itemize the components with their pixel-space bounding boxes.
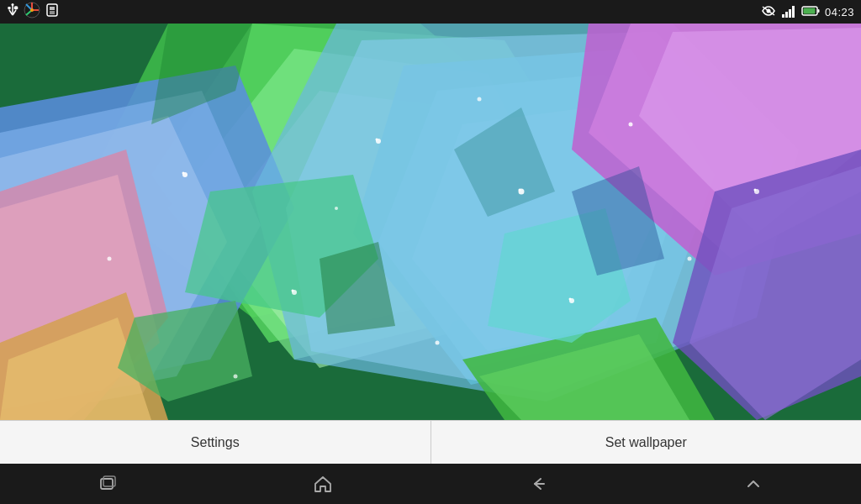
back-button[interactable]	[521, 467, 555, 501]
svg-rect-23	[803, 8, 815, 13]
svg-rect-4	[8, 7, 11, 9]
svg-rect-24	[817, 9, 819, 13]
svg-rect-75	[101, 479, 113, 489]
svg-point-74	[234, 375, 238, 379]
battery-icon	[801, 5, 820, 19]
svg-point-9	[12, 3, 14, 6]
bottom-buttons-bar: Settings Set wallpaper	[0, 420, 861, 464]
wallpaper-preview	[0, 24, 861, 420]
svg-point-62	[629, 123, 633, 127]
recent-apps-button[interactable]	[91, 467, 124, 501]
status-bar-right: 04:23	[761, 4, 854, 20]
home-button[interactable]	[306, 467, 340, 501]
app-icon-1	[24, 2, 40, 22]
svg-point-61	[519, 189, 521, 192]
svg-point-59	[376, 139, 378, 141]
svg-point-57	[182, 172, 185, 175]
settings-button[interactable]: Settings	[0, 421, 431, 464]
svg-point-11	[30, 8, 34, 12]
svg-rect-18	[782, 14, 784, 18]
svg-point-65	[436, 341, 440, 345]
privacy-icon	[761, 5, 776, 19]
navigation-bar	[0, 464, 861, 504]
svg-rect-19	[785, 12, 788, 18]
sim-icon	[45, 3, 59, 21]
svg-point-70	[335, 207, 338, 210]
svg-rect-20	[789, 9, 791, 18]
wallpaper-svg	[0, 24, 861, 420]
app-container: 04:23	[0, 0, 861, 504]
svg-point-72	[754, 189, 757, 192]
svg-point-68	[688, 257, 692, 261]
svg-point-69	[108, 257, 112, 261]
svg-point-64	[292, 290, 294, 292]
signal-icon	[781, 4, 796, 20]
status-bar: 04:23	[0, 0, 861, 24]
usb-icon	[7, 3, 18, 21]
time-display: 04:23	[825, 6, 854, 18]
svg-point-73	[478, 97, 482, 102]
svg-rect-13	[50, 7, 55, 10]
set-wallpaper-button[interactable]: Set wallpaper	[431, 421, 862, 464]
svg-point-67	[569, 298, 572, 301]
hide-button[interactable]	[737, 467, 770, 501]
svg-rect-21	[792, 6, 795, 18]
status-bar-left	[7, 2, 59, 22]
